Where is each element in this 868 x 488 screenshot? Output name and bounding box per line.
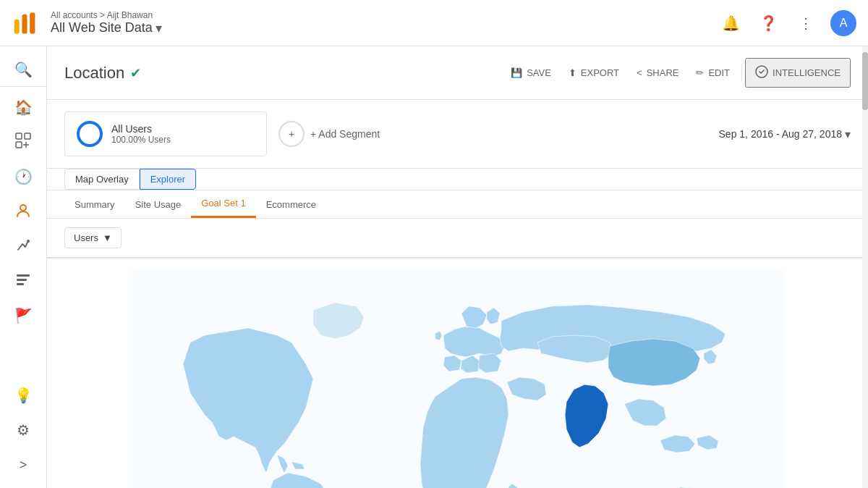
export-label: EXPORT	[581, 67, 619, 78]
svg-rect-14	[17, 283, 24, 285]
sidebar-item-admin[interactable]: ⚙	[0, 413, 47, 447]
sidebar-item-search[interactable]: 🔍	[0, 52, 47, 87]
scrollbar	[862, 46, 868, 488]
save-button[interactable]: 💾 SAVE	[502, 62, 560, 84]
goal-set-1-label: Goal Set 1	[201, 198, 245, 209]
site-usage-label: Site Usage	[135, 199, 182, 210]
svg-point-11	[27, 240, 30, 243]
page-header: Location ✔ 💾 SAVE ⬆ EXPORT < SHARE ✏	[47, 46, 868, 100]
flag-icon: 🚩	[14, 307, 33, 324]
audience-icon	[15, 202, 31, 222]
intelligence-button[interactable]: INTELLIGENCE	[745, 58, 851, 88]
export-button[interactable]: ⬆ EXPORT	[560, 62, 628, 84]
sidebar-item-home[interactable]: 🏠	[0, 90, 47, 125]
home-icon: 🏠	[14, 98, 33, 116]
lightbulb-icon: 💡	[14, 387, 33, 404]
explorer-label: Explorer	[150, 174, 185, 185]
sidebar-item-discover[interactable]: 💡	[0, 378, 47, 413]
clock-icon: 🕐	[14, 168, 33, 185]
intelligence-label: INTELLIGENCE	[773, 67, 841, 78]
summary-tab[interactable]: Summary	[64, 190, 125, 218]
svg-rect-2	[30, 12, 35, 33]
svg-rect-0	[14, 23, 20, 33]
sidebar-item-conversions[interactable]: 🚩	[0, 298, 47, 333]
account-title: All Web Site Data ▾	[51, 20, 162, 36]
world-map-svg	[132, 270, 783, 488]
export-icon: ⬆	[569, 67, 576, 78]
save-label: SAVE	[527, 67, 551, 78]
edit-icon: ✏	[696, 67, 704, 78]
segment-info: All Users 100.00% Users	[111, 123, 171, 145]
svg-rect-13	[17, 279, 27, 281]
page-title-row: Location ✔	[64, 64, 141, 83]
add-segment-label: + Add Segment	[310, 128, 380, 140]
header-section: Location ✔ 💾 SAVE ⬆ EXPORT < SHARE ✏	[47, 46, 868, 258]
site-usage-tab[interactable]: Site Usage	[125, 190, 192, 218]
verified-shield-icon: ✔	[130, 65, 141, 81]
page-title: Location	[64, 64, 124, 83]
sidebar-bottom: 💡 ⚙ >	[0, 378, 47, 482]
edit-label: EDIT	[708, 67, 730, 78]
sidebar-item-behavior[interactable]	[0, 264, 47, 298]
breadcrumb: All accounts > Aijt Bhawan	[51, 10, 162, 20]
scrollbar-thumb[interactable]	[862, 52, 868, 110]
topbar-left: All accounts > Aijt Bhawan All Web Site …	[12, 10, 162, 36]
segment-name: All Users	[111, 123, 171, 135]
acquisition-icon	[15, 237, 31, 256]
map-overlay-label: Map Overlay	[75, 174, 129, 185]
users-dropdown[interactable]: Users ▼	[64, 227, 122, 248]
segment-pct: 100.00% Users	[111, 135, 171, 145]
date-range-chevron-icon: ▾	[845, 127, 851, 141]
intelligence-icon	[755, 65, 768, 80]
data-tabs-row: Summary Site Usage Goal Set 1 Ecommerce	[47, 190, 868, 219]
sidebar-item-acquisition[interactable]	[0, 229, 47, 264]
svg-rect-12	[17, 274, 30, 277]
share-label: SHARE	[647, 67, 679, 78]
topbar: All accounts > Aijt Bhawan All Web Site …	[0, 0, 868, 46]
topbar-breadcrumb-section: All accounts > Aijt Bhawan All Web Site …	[51, 10, 162, 36]
grid-plus-icon	[15, 132, 31, 152]
segment-circle	[77, 121, 103, 147]
svg-point-3	[14, 19, 20, 24]
dropdown-label: Users	[74, 232, 98, 243]
ga-logo	[12, 10, 38, 36]
gear-icon: ⚙	[17, 421, 30, 439]
user-avatar[interactable]: A	[830, 10, 856, 36]
header-divider	[741, 66, 742, 80]
explorer-tab[interactable]: Explorer	[140, 169, 196, 190]
controls-row: Users ▼	[47, 219, 868, 258]
sidebar: 🔍 🏠 🕐	[0, 46, 47, 488]
search-icon: 🔍	[14, 61, 33, 78]
summary-label: Summary	[75, 199, 115, 210]
svg-rect-6	[25, 133, 30, 139]
sidebar-item-audience[interactable]	[0, 194, 47, 229]
map-overlay-tab[interactable]: Map Overlay	[64, 169, 140, 190]
header-actions: 💾 SAVE ⬆ EXPORT < SHARE ✏ EDIT	[502, 58, 851, 88]
dropdown-chevron-icon: ▼	[103, 232, 112, 243]
topbar-right: 🔔 ❓ ⋮ A	[718, 10, 856, 36]
map-area	[47, 258, 868, 488]
behavior-icon	[15, 272, 31, 291]
segments-row: All Users 100.00% Users + + Add Segment …	[47, 100, 868, 169]
bell-icon[interactable]: 🔔	[718, 10, 744, 36]
account-name-text: All Web Site Data	[51, 20, 153, 35]
share-icon: <	[637, 67, 642, 78]
date-range-text: Sep 1, 2016 - Aug 27, 2018	[719, 128, 842, 140]
more-options-icon[interactable]: ⋮	[793, 10, 819, 36]
sidebar-top: 🔍 🏠 🕐	[0, 52, 47, 333]
account-dropdown-arrow[interactable]: ▾	[156, 20, 162, 36]
sidebar-item-customization[interactable]	[0, 125, 47, 159]
edit-button[interactable]: ✏ EDIT	[687, 62, 739, 84]
view-tabs-row: Map Overlay Explorer	[47, 169, 868, 190]
date-range-picker[interactable]: Sep 1, 2016 - Aug 27, 2018 ▾	[719, 127, 851, 141]
all-users-segment[interactable]: All Users 100.00% Users	[64, 112, 267, 156]
add-segment-button[interactable]: + + Add Segment	[278, 121, 380, 147]
goal-set-1-tab[interactable]: Goal Set 1	[191, 190, 255, 218]
svg-rect-5	[16, 133, 22, 139]
help-icon[interactable]: ❓	[755, 10, 781, 36]
sidebar-expand-button[interactable]: >	[0, 447, 47, 482]
ecommerce-tab[interactable]: Ecommerce	[256, 190, 326, 218]
sidebar-item-realtime[interactable]: 🕐	[0, 159, 47, 194]
share-button[interactable]: < SHARE	[628, 62, 687, 84]
add-segment-circle: +	[278, 121, 305, 147]
